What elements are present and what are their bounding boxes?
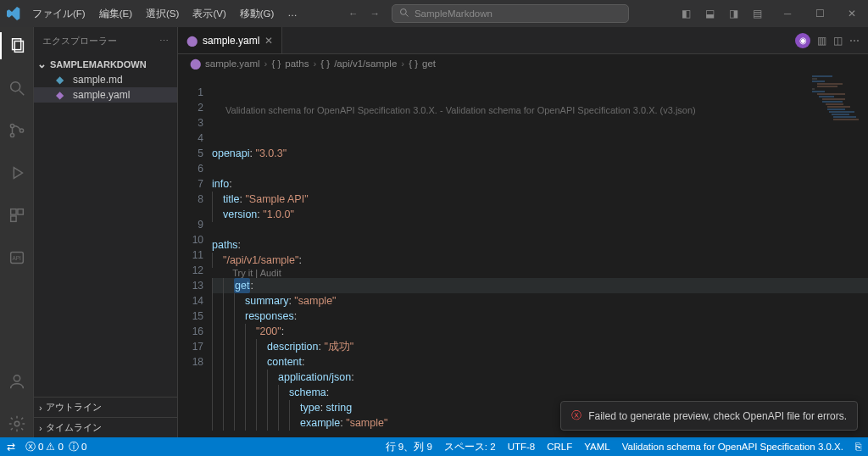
brace-icon: { }	[409, 58, 418, 69]
svg-point-4	[10, 82, 19, 92]
cursor-position[interactable]: 行 9、列 9	[386, 441, 432, 453]
activity-account-icon[interactable]	[0, 368, 34, 395]
chevron-down-icon	[37, 58, 47, 70]
code-line[interactable]: responses:	[212, 309, 868, 324]
yaml-icon: ⬤	[186, 35, 198, 47]
editor-body[interactable]: 123456789101112131415161718 Validation s…	[178, 73, 868, 437]
error-notification[interactable]: ⓧ Failed to generate preview, check Open…	[560, 401, 858, 431]
code-line[interactable]: paths:	[212, 237, 868, 253]
nav-arrows: ← →	[348, 8, 380, 19]
activity-debug-icon[interactable]	[0, 159, 34, 186]
timeline-label: タイムライン	[46, 421, 102, 434]
tab-sample-yaml[interactable]: ⬤ sample.yaml ✕	[178, 27, 282, 53]
breadcrumb-file[interactable]: sample.yaml	[205, 58, 260, 69]
nav-back-icon[interactable]: ←	[348, 8, 359, 19]
yaml-icon: ◆	[56, 89, 68, 101]
app-icon	[0, 7, 27, 20]
feedback-icon[interactable]: ⎘	[855, 442, 861, 452]
activity-settings-icon[interactable]	[0, 410, 34, 437]
indentation[interactable]: スペース: 2	[444, 441, 496, 453]
svg-rect-11	[17, 209, 22, 214]
maximize-button[interactable]: ☐	[804, 0, 836, 27]
diff-icon[interactable]: ◫	[833, 35, 843, 47]
codelens[interactable]: Try it | Audit	[212, 268, 868, 278]
minimap[interactable]	[812, 75, 863, 134]
tab-more-icon[interactable]: ⋯	[849, 35, 860, 47]
command-center[interactable]: SampleMarkdown	[392, 4, 629, 23]
code-line[interactable]: description: "成功"	[212, 339, 868, 354]
menu-file[interactable]: ファイル(F)	[27, 4, 91, 24]
code-line[interactable]: content:	[212, 354, 868, 370]
menu-more[interactable]: …	[282, 4, 303, 24]
preview-swagger-icon[interactable]: ◉	[795, 33, 810, 48]
tab-label: sample.yaml	[203, 35, 259, 47]
close-icon[interactable]: ✕	[264, 35, 273, 47]
layout-controls: ◧ ⬓ ◨ ▤	[675, 8, 771, 19]
menu-go[interactable]: 移動(G)	[235, 4, 280, 24]
svg-marker-9	[14, 168, 22, 179]
code-area[interactable]: Validation schema for OpenAPI Specificat…	[212, 73, 868, 437]
code-line[interactable]	[212, 222, 868, 237]
file-item[interactable]: ◆sample.yaml	[34, 87, 177, 103]
code-line[interactable]: "200":	[212, 324, 868, 339]
yaml-icon: ⬤	[190, 58, 201, 70]
breadcrumb-seg[interactable]: /api/v1/sample	[334, 58, 397, 69]
activity-scm-icon[interactable]	[0, 117, 34, 144]
chevron-right-icon	[39, 403, 42, 413]
sidebar-more-icon[interactable]: ⋯	[159, 36, 169, 47]
code-line[interactable]: openapi: "3.0.3"	[212, 146, 868, 161]
split-editor-icon[interactable]: ▥	[817, 35, 826, 47]
breadcrumb-seg[interactable]: get	[422, 58, 436, 69]
layout-sidebar-left-icon[interactable]: ◧	[675, 8, 697, 19]
activity-openapi-icon[interactable]: API	[0, 244, 34, 271]
encoding[interactable]: UTF-8	[508, 442, 536, 452]
file-name: sample.yaml	[73, 89, 130, 101]
layout-panel-icon[interactable]: ⬓	[698, 8, 721, 19]
minimize-button[interactable]: ─	[771, 0, 804, 27]
code-line[interactable]: summary: "sample"	[212, 293, 868, 309]
language-mode[interactable]: YAML	[584, 442, 609, 452]
editor: ⬤ sample.yaml ✕ ◉ ▥ ◫ ⋯ ⬤ sample.yaml › …	[178, 27, 868, 437]
svg-rect-2	[12, 39, 20, 50]
activity-search-icon[interactable]	[0, 75, 34, 102]
code-line[interactable]: get:	[212, 278, 868, 293]
timeline-section[interactable]: タイムライン	[34, 417, 177, 437]
breadcrumb-seg[interactable]: paths	[285, 58, 309, 69]
eol[interactable]: CRLF	[547, 442, 572, 452]
brace-icon: { }	[320, 58, 330, 69]
svg-rect-12	[10, 216, 15, 221]
layout-sidebar-right-icon[interactable]: ◨	[722, 8, 744, 19]
code-line[interactable]: title: "Sample API"	[212, 192, 868, 207]
schema-status[interactable]: Validation schema for OpenAPI Specificat…	[622, 442, 843, 452]
breadcrumb[interactable]: ⬤ sample.yaml › { } paths › { } /api/v1/…	[178, 54, 868, 73]
code-line[interactable]: info:	[212, 176, 868, 192]
code-line[interactable]: schema:	[212, 385, 868, 400]
activity-extensions-icon[interactable]	[0, 202, 34, 229]
file-item[interactable]: ◆sample.md	[34, 72, 177, 87]
outline-section[interactable]: アウトライン	[34, 397, 177, 417]
notification-text: Failed to generate preview, check OpenAP…	[588, 410, 847, 422]
svg-point-6	[10, 124, 14, 127]
menu-view[interactable]: 表示(V)	[187, 4, 231, 24]
svg-line-1	[405, 14, 408, 17]
nav-forward-icon[interactable]: →	[370, 8, 380, 19]
folder-header[interactable]: SAMPLEMARKDOWN	[34, 56, 177, 72]
problems-button[interactable]: ⓧ 0 ⚠ 0 ⓘ 0	[25, 441, 86, 453]
activity-explorer-icon[interactable]	[0, 32, 34, 59]
remote-button[interactable]: ⇄	[7, 441, 15, 453]
titlebar: ファイル(F) 編集(E) 選択(S) 表示(V) 移動(G) … ← → Sa…	[0, 0, 868, 27]
svg-point-15	[14, 375, 19, 381]
md-icon: ◆	[56, 74, 68, 86]
menu-edit[interactable]: 編集(E)	[94, 4, 137, 24]
code-line[interactable]: version: "1.0.0"	[212, 207, 868, 222]
close-button[interactable]: ✕	[836, 0, 868, 27]
sidebar: エクスプローラー ⋯ SAMPLEMARKDOWN ◆sample.md◆sam…	[34, 27, 178, 437]
layout-customize-icon[interactable]: ▤	[746, 8, 768, 19]
code-line[interactable]: "/api/v1/sample":	[212, 253, 868, 268]
sidebar-folder: SAMPLEMARKDOWN ◆sample.md◆sample.yaml	[34, 54, 177, 104]
chevron-right-icon	[39, 423, 42, 433]
code-line[interactable]	[212, 161, 868, 176]
svg-point-7	[10, 133, 14, 136]
code-line[interactable]: application/json:	[212, 370, 868, 385]
menu-select[interactable]: 選択(S)	[141, 4, 184, 24]
